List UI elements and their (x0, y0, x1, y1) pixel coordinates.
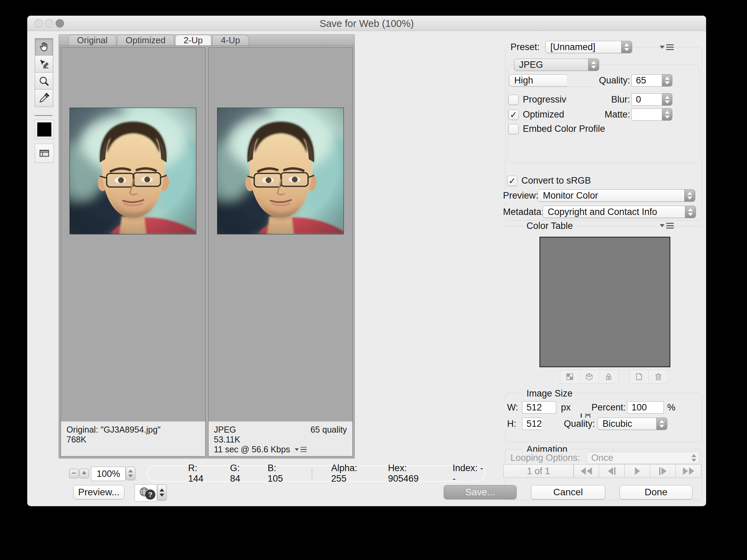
toggle-slices-visibility-button[interactable] (35, 144, 54, 163)
preview-in-browser-button[interactable]: Preview... (73, 485, 124, 499)
image-size-title: Image Size (523, 388, 576, 399)
looping-options-popup[interactable]: Once (586, 452, 699, 464)
optimized-preview-image (217, 108, 344, 234)
animation-playback-controls (574, 464, 701, 478)
new-color-icon[interactable] (629, 370, 649, 383)
convert-to-srgb-checkbox[interactable]: ✓ (507, 176, 517, 186)
embed-color-profile-checkbox[interactable] (508, 124, 519, 134)
cancel-button[interactable]: Cancel (531, 485, 605, 499)
height-label: H: (505, 418, 518, 430)
web-shift-cube-icon[interactable] (580, 370, 599, 383)
format-popup[interactable]: JPEG (514, 59, 599, 71)
select-browser-button[interactable]: ? (135, 484, 157, 501)
download-rate-menu-icon[interactable] (295, 447, 307, 452)
transparency-icon[interactable] (560, 370, 580, 383)
window-title: Save for Web (100%) (27, 18, 706, 29)
width-label: W: (505, 401, 520, 414)
percent-field[interactable]: 100 (627, 401, 664, 414)
preset-popup[interactable]: [Unnamed] (545, 41, 632, 53)
convert-to-srgb-label: Convert to sRGB (519, 174, 593, 187)
lock-color-icon[interactable] (599, 370, 618, 383)
eyedropper-icon (38, 92, 50, 104)
readout-blue: B: 105 (268, 463, 293, 484)
cancel-button-label: Cancel (553, 487, 583, 498)
optimized-quality: 65 quality (310, 425, 347, 435)
matte-label: Matte: (567, 108, 632, 121)
delete-color-icon[interactable] (649, 370, 668, 383)
optimized-label: Optimized (521, 108, 566, 121)
metadata-popup[interactable]: Copyright and Contact Info (543, 206, 696, 218)
tab-2up[interactable]: 2-Up (175, 35, 211, 46)
preset-label: Preset: (508, 41, 542, 53)
matte-stepper[interactable] (662, 108, 672, 121)
zoom-level-field[interactable]: 100% (91, 467, 126, 481)
resample-quality-popup[interactable]: Bicubic (597, 418, 667, 430)
tab-original[interactable]: Original (68, 35, 116, 46)
preview-mode-value: Monitor Color (543, 190, 598, 201)
width-field[interactable]: 512 (522, 401, 556, 414)
width-value: 512 (527, 402, 542, 413)
blur-stepper[interactable] (662, 93, 672, 106)
zoom-out-button[interactable]: − (69, 469, 79, 478)
zoom-level-stepper[interactable] (126, 467, 135, 480)
preset-value: [Unnamed] (550, 42, 595, 52)
color-table-tools-left (560, 370, 619, 384)
optimized-checkbox[interactable]: ✓ (508, 110, 519, 120)
hand-tool-button[interactable] (35, 38, 53, 56)
color-table-menu-icon[interactable] (660, 223, 674, 229)
optimized-format: JPEG (214, 425, 236, 435)
width-unit: px (559, 401, 573, 414)
original-pane[interactable]: Original: "GJ3A8954.jpg" 768K (61, 47, 205, 456)
slices-visibility-icon (38, 147, 50, 159)
popup-stepper-icon (685, 206, 696, 218)
slice-select-icon (38, 58, 50, 70)
original-image-area[interactable] (61, 48, 205, 421)
frame-counter: 1 of 1 (503, 464, 574, 478)
popup-stepper-icon (621, 41, 632, 53)
blur-field[interactable]: 0 (631, 93, 662, 106)
preview-button-label: Preview... (78, 487, 119, 498)
eyedropper-color-swatch[interactable] (35, 120, 54, 139)
desktop: { "window": { "title": "Save for Web (10… (0, 0, 747, 560)
color-table-grid[interactable] (539, 237, 670, 367)
readout-index: Index: -- (453, 463, 485, 484)
compression-level-value: High (514, 75, 533, 86)
tab-label: Optimized (126, 35, 166, 46)
progressive-checkbox[interactable] (508, 95, 519, 105)
zoom-level-value: 100% (96, 469, 120, 479)
preset-menu-icon[interactable] (660, 44, 674, 50)
next-frame-button[interactable] (650, 464, 676, 478)
quality-field[interactable]: 65 (631, 74, 662, 87)
previous-frame-button[interactable] (599, 464, 625, 478)
play-button[interactable] (625, 464, 650, 478)
zoom-in-button[interactable]: + (79, 469, 89, 478)
tab-optimized[interactable]: Optimized (117, 35, 174, 46)
optimized-pane[interactable]: JPEG 65 quality 53.11K 11 sec @ 56.6 Kbp… (208, 47, 353, 456)
tab-label: 4-Up (221, 35, 240, 46)
metadata-value: Copyright and Contact Info (548, 207, 657, 217)
done-button[interactable]: Done (620, 485, 692, 499)
optimized-download-time: 11 sec @ 56.6 Kbps (214, 445, 290, 454)
first-frame-button[interactable] (574, 464, 599, 478)
color-readout-bar: R: 144 G: 84 B: 105 Alpha: 255 Hex: 9054… (147, 465, 485, 482)
matte-field[interactable] (631, 108, 662, 121)
preview-mode-popup[interactable]: Monitor Color (538, 189, 695, 202)
titlebar[interactable]: Save for Web (100%) (27, 16, 706, 31)
zoom-tool-button[interactable] (35, 72, 53, 90)
optimized-image-area[interactable] (209, 48, 353, 421)
done-button-label: Done (645, 487, 668, 498)
tab-4up[interactable]: 4-Up (212, 35, 248, 46)
check-icon: ✓ (510, 110, 517, 120)
save-button[interactable]: Save... (444, 485, 517, 499)
current-color-black (37, 122, 51, 137)
last-frame-button[interactable] (676, 464, 701, 478)
color-table-title: Color Table (523, 221, 576, 231)
eyedropper-tool-button[interactable] (35, 89, 53, 107)
quality-value: 65 (636, 75, 646, 86)
percent-value: 100 (631, 402, 647, 413)
percent-label: Percent: (573, 401, 628, 414)
quality-stepper[interactable] (662, 74, 672, 87)
browser-select-stepper[interactable] (157, 484, 167, 501)
color-table-tools-right (629, 370, 668, 384)
slice-select-tool-button[interactable] (35, 55, 53, 73)
